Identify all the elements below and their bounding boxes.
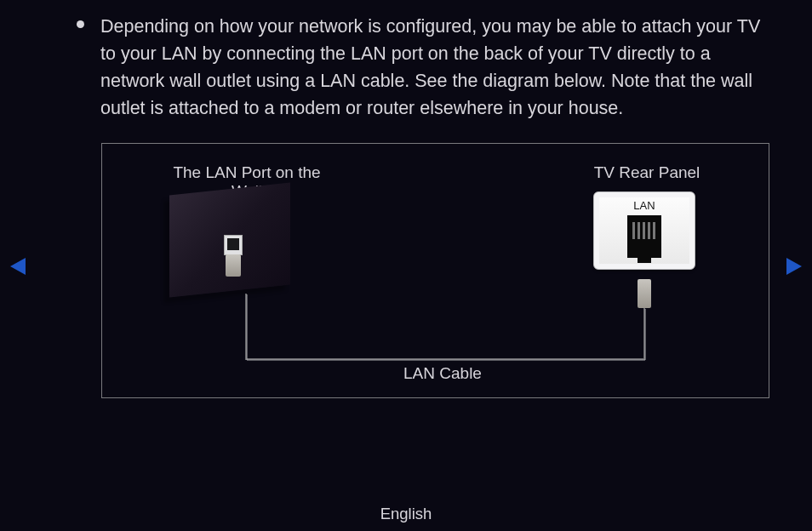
lan-port-label: LAN bbox=[594, 192, 695, 212]
wall-port-illustration bbox=[169, 189, 290, 291]
footer-language: English bbox=[0, 505, 812, 523]
bullet-icon bbox=[77, 20, 84, 28]
rj45-connector-icon bbox=[226, 254, 241, 277]
rj45-connector-icon bbox=[638, 279, 651, 308]
ethernet-jack-icon bbox=[627, 215, 661, 258]
instruction-paragraph: Depending on how your network is configu… bbox=[100, 13, 773, 122]
diagram-label-cable: LAN Cable bbox=[340, 364, 545, 383]
diagram-label-tv: TV Rear Panel bbox=[570, 163, 723, 182]
tv-rear-panel-illustration: LAN bbox=[593, 191, 695, 270]
next-page-arrow[interactable] bbox=[786, 258, 802, 275]
previous-page-arrow[interactable] bbox=[10, 258, 26, 275]
